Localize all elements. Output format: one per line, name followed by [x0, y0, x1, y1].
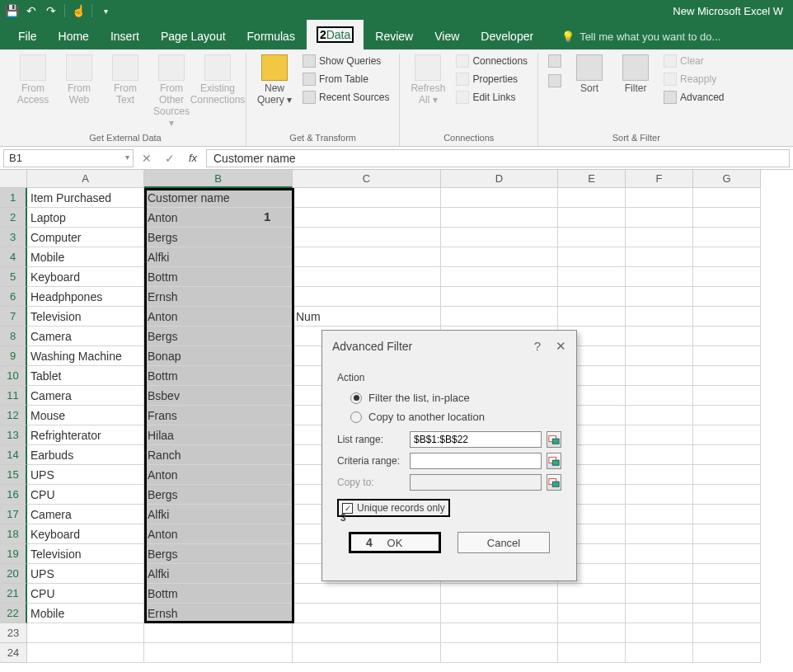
sort-button[interactable]: Sort [568, 53, 611, 96]
criteria-range-input[interactable] [410, 453, 542, 469]
properties-button[interactable]: Properties [453, 71, 531, 87]
cell[interactable] [693, 386, 761, 406]
from-text-button[interactable]: From Text [104, 53, 147, 107]
cell[interactable] [441, 604, 558, 623]
cell[interactable] [693, 366, 761, 386]
fx-icon[interactable]: fx [183, 149, 203, 167]
row-header[interactable]: 6 [0, 287, 27, 307]
cell[interactable] [558, 267, 626, 287]
cell[interactable] [293, 247, 441, 267]
sort-desc-button[interactable] [545, 73, 565, 89]
new-query-button[interactable]: New Query ▾ [253, 53, 296, 107]
cell[interactable] [626, 604, 693, 623]
cell[interactable] [558, 247, 626, 267]
row-header[interactable]: 13 [0, 425, 27, 445]
cell[interactable] [626, 524, 693, 544]
cell[interactable] [693, 505, 761, 524]
cell[interactable] [626, 505, 693, 524]
cell[interactable]: Anton [144, 524, 293, 544]
row-header[interactable]: 9 [0, 346, 27, 366]
row-header[interactable]: 24 [0, 643, 27, 663]
from-table-button[interactable]: From Table [299, 71, 392, 87]
clear-filter-button[interactable]: Clear [660, 53, 727, 69]
sort-asc-button[interactable] [545, 53, 565, 69]
cell[interactable]: Camera [27, 327, 144, 346]
cell[interactable]: Bonap [144, 346, 293, 366]
tab-file[interactable]: File [8, 23, 47, 49]
cell[interactable] [558, 584, 626, 604]
cell[interactable]: CPU [27, 485, 144, 505]
cell[interactable] [558, 287, 626, 307]
row-header[interactable]: 23 [0, 623, 27, 643]
col-header-g[interactable]: G [693, 170, 761, 188]
tab-page-layout[interactable]: Page Layout [151, 23, 236, 49]
cancel-formula-icon[interactable]: ✕ [137, 149, 157, 167]
cell[interactable] [441, 247, 558, 267]
cell[interactable]: Bottm [144, 366, 293, 386]
show-queries-button[interactable]: Show Queries [299, 53, 392, 69]
cell[interactable] [441, 307, 558, 327]
redo-icon[interactable]: ↷ [45, 4, 58, 17]
cell[interactable]: UPS [27, 564, 144, 584]
cell[interactable] [626, 346, 693, 366]
ok-button[interactable]: 4 OK [349, 532, 441, 553]
cell[interactable] [693, 584, 761, 604]
cell[interactable] [693, 623, 761, 643]
cell[interactable] [693, 524, 761, 544]
cell[interactable]: Keyboard [27, 267, 144, 287]
cell[interactable]: Alfki [144, 564, 293, 584]
from-web-button[interactable]: From Web [58, 53, 101, 107]
cell[interactable]: Customer name [144, 188, 293, 208]
cell[interactable]: CPU [27, 584, 144, 604]
cell[interactable]: Hilaa [144, 425, 293, 445]
cell[interactable] [693, 564, 761, 584]
cell[interactable]: Bottm [144, 584, 293, 604]
cell[interactable] [441, 188, 558, 208]
connections-button[interactable]: Connections [453, 53, 531, 69]
cell[interactable] [626, 544, 693, 564]
cell[interactable] [27, 623, 144, 643]
radio-copy-location[interactable]: Copy to another location [337, 407, 561, 426]
cell[interactable] [693, 287, 761, 307]
list-range-input[interactable] [410, 431, 542, 448]
advanced-filter-button[interactable]: Advanced [660, 89, 727, 106]
touch-mode-icon[interactable]: ☝ [72, 4, 85, 17]
cell[interactable] [558, 643, 626, 663]
cell[interactable] [693, 604, 761, 623]
tab-insert[interactable]: Insert [101, 23, 149, 49]
cell[interactable] [626, 623, 693, 643]
existing-connections-button[interactable]: Existing Connections [196, 53, 239, 107]
cell[interactable] [693, 188, 761, 208]
cell[interactable]: Headphpones [27, 287, 144, 307]
cell[interactable] [693, 327, 761, 346]
row-header[interactable]: 5 [0, 267, 27, 287]
cell[interactable]: Bsbev [144, 386, 293, 406]
cell[interactable]: Alfki [144, 505, 293, 524]
cell[interactable]: Bergs [144, 544, 293, 564]
cell[interactable]: Bergs [144, 228, 293, 247]
cell[interactable]: Item Purchased [27, 188, 144, 208]
cell[interactable] [293, 623, 441, 643]
cell[interactable] [558, 228, 626, 247]
cell[interactable]: Washing Machine [27, 346, 144, 366]
cell[interactable]: Ranch [144, 445, 293, 465]
cell[interactable]: Frans [144, 406, 293, 425]
cell[interactable] [626, 386, 693, 406]
row-header[interactable]: 15 [0, 465, 27, 485]
row-header[interactable]: 7 [0, 307, 27, 327]
cell[interactable] [441, 584, 558, 604]
cell[interactable] [693, 346, 761, 366]
cell[interactable]: Bottm [144, 267, 293, 287]
reapply-button[interactable]: Reapply [660, 71, 727, 87]
cell[interactable] [626, 327, 693, 346]
cancel-button[interactable]: Cancel [458, 532, 550, 553]
tab-home[interactable]: Home [49, 23, 99, 49]
cell[interactable] [693, 643, 761, 663]
cell[interactable]: Television [27, 307, 144, 327]
tell-me-box[interactable]: 💡 Tell me what you want to do... [561, 24, 720, 49]
cell[interactable] [144, 643, 293, 663]
cell[interactable] [441, 267, 558, 287]
tab-developer[interactable]: Developer [471, 23, 543, 49]
col-header-a[interactable]: A [27, 170, 144, 188]
cell[interactable]: Mobile [27, 604, 144, 623]
